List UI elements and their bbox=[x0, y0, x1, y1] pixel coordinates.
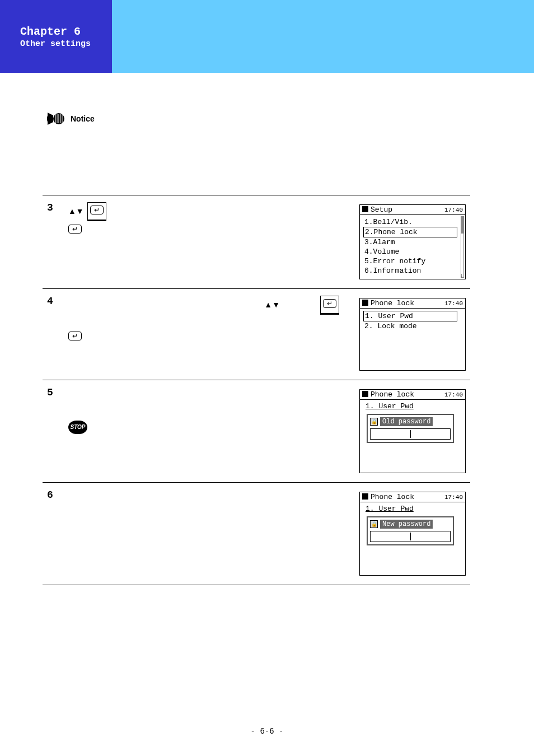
list-item[interactable]: 5.Error notify bbox=[363, 256, 457, 266]
scrollbar[interactable] bbox=[461, 216, 464, 278]
step-number: 4 bbox=[43, 289, 64, 380]
step-instruction: ▲▼ ↵ ↵ bbox=[64, 289, 355, 380]
chapter-block: Chapter 6 Other settings bbox=[0, 0, 112, 73]
table-row: 3 ▲▼ ↵ ↵ Setup 17:40 1.Bell/Vib. 2.Phone… bbox=[43, 195, 470, 289]
step-number: 3 bbox=[43, 195, 64, 289]
device-screen: Phone lock 17:40 1. User Pwd 🔒 Old passw… bbox=[359, 389, 466, 473]
screen-subheader: 1. User Pwd bbox=[363, 505, 457, 514]
password-box: 🔒 Old password bbox=[367, 414, 454, 443]
enter-key-icon: ↵ bbox=[87, 202, 106, 221]
enter-key-icon: ↵ bbox=[320, 296, 339, 315]
screen-title: Phone lock bbox=[371, 390, 414, 399]
device-screen: Phone lock 17:40 1. User Pwd 2. Lock mod… bbox=[359, 298, 466, 371]
menu-square-icon bbox=[362, 206, 368, 212]
table-row: 4 ▲▼ ↵ ↵ Phone lock 17:40 1. User Pwd bbox=[43, 289, 470, 380]
list-item[interactable]: 2.Phone lock bbox=[363, 227, 457, 237]
screen-menu-list: 1.Bell/Vib. 2.Phone lock 3.Alarm 4.Volum… bbox=[363, 217, 457, 276]
steps-table: 3 ▲▼ ↵ ↵ Setup 17:40 1.Bell/Vib. 2.Phone… bbox=[43, 195, 470, 585]
header-accent bbox=[112, 0, 534, 73]
list-item[interactable]: 3.Alarm bbox=[363, 237, 457, 247]
password-box: 🔒 New password bbox=[367, 516, 454, 545]
screen-clock: 17:40 bbox=[444, 207, 463, 213]
notice-icon bbox=[47, 112, 65, 125]
step-instruction: ▲▼ ↵ ↵ bbox=[64, 195, 355, 289]
page-number: - 6-6 - bbox=[0, 727, 534, 736]
screen-subheader: 1. User Pwd bbox=[363, 402, 457, 412]
step-instruction bbox=[64, 483, 355, 585]
menu-square-icon bbox=[362, 300, 368, 306]
device-screen: Setup 17:40 1.Bell/Vib. 2.Phone lock 3.A… bbox=[359, 204, 466, 279]
password-label: New password bbox=[380, 520, 433, 529]
notice-label: Notice bbox=[71, 114, 95, 123]
menu-square-icon bbox=[362, 391, 368, 397]
step-number: 6 bbox=[43, 483, 64, 585]
step-screenshot: Phone lock 17:40 1. User Pwd 🔒 Old passw… bbox=[355, 380, 470, 483]
list-item[interactable]: 4.Volume bbox=[363, 247, 457, 256]
enter-key-icon: ↵ bbox=[68, 332, 82, 340]
list-item[interactable]: 1. User Pwd bbox=[363, 311, 457, 321]
table-row: 6 Phone lock 17:40 1. User Pwd 🔒 New pas… bbox=[43, 483, 470, 585]
screen-menu-list: 1. User Pwd 2. Lock mode bbox=[363, 311, 457, 331]
stop-button-icon: STOP bbox=[68, 421, 87, 434]
enter-key-icon: ↵ bbox=[68, 225, 82, 234]
step-screenshot: Phone lock 17:40 1. User Pwd 2. Lock mod… bbox=[355, 289, 470, 380]
menu-square-icon bbox=[362, 493, 368, 500]
screen-clock: 17:40 bbox=[444, 300, 463, 307]
screen-title: Phone lock bbox=[371, 493, 414, 501]
chapter-title: Chapter 6 bbox=[20, 25, 112, 39]
screen-title: Setup bbox=[371, 206, 392, 214]
scroll-down-icon: ↓ bbox=[460, 272, 463, 279]
screen-clock: 17:40 bbox=[444, 494, 463, 501]
device-screen: Phone lock 17:40 1. User Pwd 🔒 New passw… bbox=[359, 492, 466, 576]
password-input[interactable] bbox=[370, 428, 451, 440]
step-screenshot: Phone lock 17:40 1. User Pwd 🔒 New passw… bbox=[355, 483, 470, 585]
lock-icon: 🔒 bbox=[370, 520, 378, 528]
updown-icon: ▲▼ bbox=[264, 299, 280, 311]
lock-icon: 🔒 bbox=[370, 418, 378, 426]
updown-icon: ▲▼ bbox=[68, 206, 84, 218]
list-item[interactable]: 1.Bell/Vib. bbox=[363, 217, 457, 227]
password-input[interactable] bbox=[370, 531, 451, 542]
list-item[interactable]: 6.Information bbox=[363, 266, 457, 276]
screen-title: Phone lock bbox=[371, 299, 414, 307]
step-instruction: STOP bbox=[64, 380, 355, 483]
notice-callout: Notice bbox=[47, 112, 95, 125]
screen-clock: 17:40 bbox=[444, 391, 463, 398]
step-screenshot: Setup 17:40 1.Bell/Vib. 2.Phone lock 3.A… bbox=[355, 195, 470, 289]
list-item[interactable]: 2. Lock mode bbox=[363, 321, 457, 331]
table-row: 5 STOP Phone lock 17:40 1. User Pwd 🔒 Ol… bbox=[43, 380, 470, 483]
step-number: 5 bbox=[43, 380, 64, 483]
chapter-subtitle: Other settings bbox=[20, 39, 112, 49]
page-header: Chapter 6 Other settings bbox=[0, 0, 534, 73]
password-label: Old password bbox=[380, 417, 433, 426]
